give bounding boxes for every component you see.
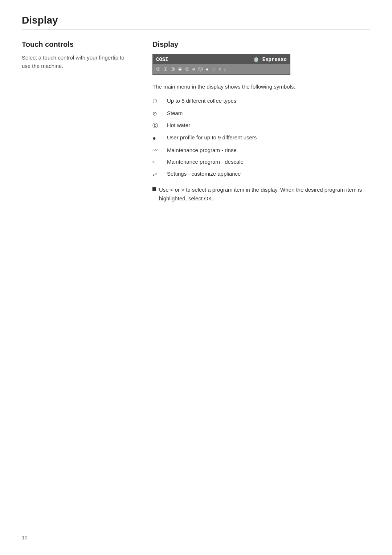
display-espresso-label: 🍵 Espresso: [253, 56, 287, 62]
display-row1: COSI 🍵 Espresso: [153, 54, 290, 64]
rinse-text: Maintenance program - rinse: [167, 146, 370, 155]
display-panel: COSI 🍵 Espresso ① ② ③ ④ ⑤ ⊙ ⓪ ● ∴∵ k ⇌: [152, 54, 290, 75]
list-item: ⓪ Hot water: [152, 121, 370, 130]
steam-text: Steam: [167, 109, 370, 118]
left-column: Touch controls Select a touch control wi…: [22, 40, 131, 70]
rinse-icon: ∴∵: [152, 146, 166, 153]
display-heading: Display: [152, 40, 370, 49]
display-intro-text: The main menu in the display shows the f…: [152, 82, 370, 91]
display-icon-user: ●: [206, 67, 209, 72]
list-item: ⚇ Up to 5 different coffee types: [152, 97, 370, 106]
touch-controls-heading: Touch controls: [22, 40, 131, 49]
display-icon-3: ③: [171, 66, 175, 72]
display-icon-settings: ⇌: [224, 66, 227, 72]
touch-controls-description: Select a touch control with your fingert…: [22, 54, 131, 70]
list-item: ● User profile for up to 9 different use…: [152, 134, 370, 143]
page-title: Display: [22, 15, 370, 26]
coffee-icon: ⚇: [152, 97, 166, 106]
user-profile-icon: ●: [152, 134, 166, 143]
settings-icon: ⇌: [152, 170, 166, 179]
display-row2: ① ② ③ ④ ⑤ ⊙ ⓪ ● ∴∵ k ⇌: [153, 64, 290, 74]
main-content: Touch controls Select a touch control wi…: [22, 40, 370, 203]
page-number: 10: [22, 535, 28, 540]
display-icon-hotwater: ⓪: [198, 66, 203, 73]
coffee-types-text: Up to 5 different coffee types: [167, 97, 370, 105]
top-divider: [22, 29, 370, 29]
display-icon-descale: k: [219, 67, 221, 72]
list-item: ⊙ Steam: [152, 109, 370, 118]
descale-icon: k: [152, 158, 166, 166]
note-block: Use < or > to select a program item in t…: [152, 185, 370, 203]
note-text: Use < or > to select a program item in t…: [159, 185, 370, 203]
note-bullet: [152, 187, 156, 191]
display-icon-4: ④: [178, 66, 182, 72]
settings-text: Settings - customize appliance: [167, 170, 370, 178]
display-icon-1: ①: [156, 66, 160, 72]
display-icon-5: ⑤: [185, 66, 189, 72]
symbol-list: ⚇ Up to 5 different coffee types ⊙ Steam…: [152, 97, 370, 178]
display-icon-2: ②: [163, 66, 168, 72]
user-profile-text: User profile for up to 9 different users: [167, 134, 370, 142]
right-column: Display COSI 🍵 Espresso ① ② ③ ④ ⑤ ⊙ ⓪ ● …: [152, 40, 370, 203]
display-cosi-label: COSI: [156, 57, 168, 62]
list-item: ⇌ Settings - customize appliance: [152, 170, 370, 179]
list-item: ∴∵ Maintenance program - rinse: [152, 146, 370, 155]
hot-water-icon: ⓪: [152, 121, 166, 130]
display-icon-rinse: ∴∵: [212, 67, 216, 72]
display-icon-steam: ⊙: [192, 66, 195, 72]
list-item: k Maintenance program - descale: [152, 158, 370, 166]
steam-icon: ⊙: [152, 109, 166, 118]
descale-text: Maintenance program - descale: [167, 158, 370, 166]
hot-water-text: Hot water: [167, 121, 370, 130]
